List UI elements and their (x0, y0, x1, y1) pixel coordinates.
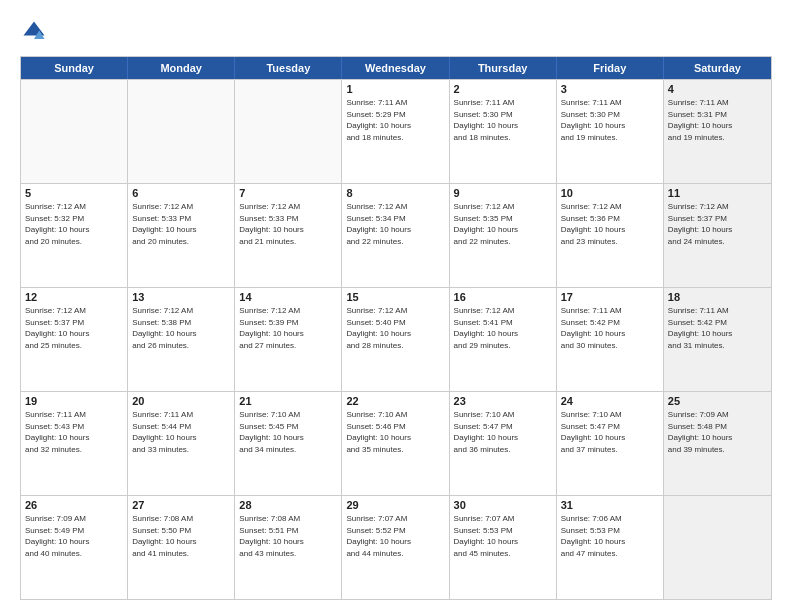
calendar-cell: 11Sunrise: 7:12 AM Sunset: 5:37 PM Dayli… (664, 184, 771, 287)
day-info: Sunrise: 7:12 AM Sunset: 5:35 PM Dayligh… (454, 201, 552, 247)
day-number: 22 (346, 395, 444, 407)
calendar: SundayMondayTuesdayWednesdayThursdayFrid… (20, 56, 772, 600)
calendar-cell (235, 80, 342, 183)
day-number: 3 (561, 83, 659, 95)
calendar-cell: 22Sunrise: 7:10 AM Sunset: 5:46 PM Dayli… (342, 392, 449, 495)
calendar-cell: 31Sunrise: 7:06 AM Sunset: 5:53 PM Dayli… (557, 496, 664, 599)
calendar-week: 19Sunrise: 7:11 AM Sunset: 5:43 PM Dayli… (21, 391, 771, 495)
day-info: Sunrise: 7:12 AM Sunset: 5:40 PM Dayligh… (346, 305, 444, 351)
cal-header-cell: Sunday (21, 57, 128, 79)
calendar-cell: 6Sunrise: 7:12 AM Sunset: 5:33 PM Daylig… (128, 184, 235, 287)
day-info: Sunrise: 7:06 AM Sunset: 5:53 PM Dayligh… (561, 513, 659, 559)
cal-header-cell: Wednesday (342, 57, 449, 79)
day-info: Sunrise: 7:12 AM Sunset: 5:39 PM Dayligh… (239, 305, 337, 351)
day-info: Sunrise: 7:10 AM Sunset: 5:46 PM Dayligh… (346, 409, 444, 455)
day-info: Sunrise: 7:11 AM Sunset: 5:43 PM Dayligh… (25, 409, 123, 455)
day-number: 28 (239, 499, 337, 511)
calendar-cell: 10Sunrise: 7:12 AM Sunset: 5:36 PM Dayli… (557, 184, 664, 287)
day-info: Sunrise: 7:12 AM Sunset: 5:37 PM Dayligh… (25, 305, 123, 351)
calendar-cell: 5Sunrise: 7:12 AM Sunset: 5:32 PM Daylig… (21, 184, 128, 287)
calendar-cell: 28Sunrise: 7:08 AM Sunset: 5:51 PM Dayli… (235, 496, 342, 599)
day-number: 26 (25, 499, 123, 511)
calendar-cell: 7Sunrise: 7:12 AM Sunset: 5:33 PM Daylig… (235, 184, 342, 287)
day-number: 12 (25, 291, 123, 303)
day-info: Sunrise: 7:11 AM Sunset: 5:30 PM Dayligh… (454, 97, 552, 143)
day-info: Sunrise: 7:12 AM Sunset: 5:34 PM Dayligh… (346, 201, 444, 247)
calendar-cell: 30Sunrise: 7:07 AM Sunset: 5:53 PM Dayli… (450, 496, 557, 599)
day-info: Sunrise: 7:12 AM Sunset: 5:32 PM Dayligh… (25, 201, 123, 247)
day-number: 30 (454, 499, 552, 511)
day-number: 15 (346, 291, 444, 303)
calendar-cell: 23Sunrise: 7:10 AM Sunset: 5:47 PM Dayli… (450, 392, 557, 495)
header (20, 18, 772, 46)
day-number: 4 (668, 83, 767, 95)
day-info: Sunrise: 7:12 AM Sunset: 5:37 PM Dayligh… (668, 201, 767, 247)
day-number: 10 (561, 187, 659, 199)
day-number: 8 (346, 187, 444, 199)
calendar-cell: 27Sunrise: 7:08 AM Sunset: 5:50 PM Dayli… (128, 496, 235, 599)
calendar-cell: 25Sunrise: 7:09 AM Sunset: 5:48 PM Dayli… (664, 392, 771, 495)
cal-header-cell: Friday (557, 57, 664, 79)
calendar-cell: 13Sunrise: 7:12 AM Sunset: 5:38 PM Dayli… (128, 288, 235, 391)
day-info: Sunrise: 7:12 AM Sunset: 5:41 PM Dayligh… (454, 305, 552, 351)
day-number: 6 (132, 187, 230, 199)
calendar-cell: 19Sunrise: 7:11 AM Sunset: 5:43 PM Dayli… (21, 392, 128, 495)
calendar-cell: 4Sunrise: 7:11 AM Sunset: 5:31 PM Daylig… (664, 80, 771, 183)
cal-header-cell: Monday (128, 57, 235, 79)
logo (20, 18, 52, 46)
calendar-cell: 1Sunrise: 7:11 AM Sunset: 5:29 PM Daylig… (342, 80, 449, 183)
day-number: 16 (454, 291, 552, 303)
calendar-cell: 15Sunrise: 7:12 AM Sunset: 5:40 PM Dayli… (342, 288, 449, 391)
day-number: 13 (132, 291, 230, 303)
calendar-cell: 9Sunrise: 7:12 AM Sunset: 5:35 PM Daylig… (450, 184, 557, 287)
day-info: Sunrise: 7:07 AM Sunset: 5:53 PM Dayligh… (454, 513, 552, 559)
calendar-cell: 26Sunrise: 7:09 AM Sunset: 5:49 PM Dayli… (21, 496, 128, 599)
day-info: Sunrise: 7:11 AM Sunset: 5:29 PM Dayligh… (346, 97, 444, 143)
calendar-body: 1Sunrise: 7:11 AM Sunset: 5:29 PM Daylig… (21, 79, 771, 599)
day-info: Sunrise: 7:12 AM Sunset: 5:33 PM Dayligh… (132, 201, 230, 247)
day-number: 31 (561, 499, 659, 511)
day-number: 29 (346, 499, 444, 511)
calendar-cell: 3Sunrise: 7:11 AM Sunset: 5:30 PM Daylig… (557, 80, 664, 183)
calendar-cell: 16Sunrise: 7:12 AM Sunset: 5:41 PM Dayli… (450, 288, 557, 391)
day-number: 11 (668, 187, 767, 199)
calendar-week: 5Sunrise: 7:12 AM Sunset: 5:32 PM Daylig… (21, 183, 771, 287)
day-info: Sunrise: 7:10 AM Sunset: 5:47 PM Dayligh… (561, 409, 659, 455)
day-info: Sunrise: 7:09 AM Sunset: 5:49 PM Dayligh… (25, 513, 123, 559)
page: SundayMondayTuesdayWednesdayThursdayFrid… (0, 0, 792, 612)
calendar-cell: 20Sunrise: 7:11 AM Sunset: 5:44 PM Dayli… (128, 392, 235, 495)
day-number: 5 (25, 187, 123, 199)
day-info: Sunrise: 7:10 AM Sunset: 5:47 PM Dayligh… (454, 409, 552, 455)
day-info: Sunrise: 7:08 AM Sunset: 5:51 PM Dayligh… (239, 513, 337, 559)
calendar-cell: 17Sunrise: 7:11 AM Sunset: 5:42 PM Dayli… (557, 288, 664, 391)
day-info: Sunrise: 7:12 AM Sunset: 5:33 PM Dayligh… (239, 201, 337, 247)
calendar-cell (128, 80, 235, 183)
day-number: 1 (346, 83, 444, 95)
logo-icon (20, 18, 48, 46)
calendar-cell: 24Sunrise: 7:10 AM Sunset: 5:47 PM Dayli… (557, 392, 664, 495)
day-number: 25 (668, 395, 767, 407)
calendar-cell: 29Sunrise: 7:07 AM Sunset: 5:52 PM Dayli… (342, 496, 449, 599)
day-info: Sunrise: 7:11 AM Sunset: 5:30 PM Dayligh… (561, 97, 659, 143)
day-info: Sunrise: 7:11 AM Sunset: 5:42 PM Dayligh… (561, 305, 659, 351)
day-info: Sunrise: 7:07 AM Sunset: 5:52 PM Dayligh… (346, 513, 444, 559)
calendar-cell: 8Sunrise: 7:12 AM Sunset: 5:34 PM Daylig… (342, 184, 449, 287)
calendar-cell: 21Sunrise: 7:10 AM Sunset: 5:45 PM Dayli… (235, 392, 342, 495)
cal-header-cell: Saturday (664, 57, 771, 79)
day-number: 7 (239, 187, 337, 199)
svg-marker-0 (24, 22, 45, 36)
day-number: 19 (25, 395, 123, 407)
day-number: 18 (668, 291, 767, 303)
day-number: 9 (454, 187, 552, 199)
day-info: Sunrise: 7:08 AM Sunset: 5:50 PM Dayligh… (132, 513, 230, 559)
calendar-week: 12Sunrise: 7:12 AM Sunset: 5:37 PM Dayli… (21, 287, 771, 391)
cal-header-cell: Tuesday (235, 57, 342, 79)
day-info: Sunrise: 7:10 AM Sunset: 5:45 PM Dayligh… (239, 409, 337, 455)
calendar-week: 1Sunrise: 7:11 AM Sunset: 5:29 PM Daylig… (21, 79, 771, 183)
day-info: Sunrise: 7:11 AM Sunset: 5:31 PM Dayligh… (668, 97, 767, 143)
day-number: 14 (239, 291, 337, 303)
cal-header-cell: Thursday (450, 57, 557, 79)
day-number: 23 (454, 395, 552, 407)
calendar-cell: 2Sunrise: 7:11 AM Sunset: 5:30 PM Daylig… (450, 80, 557, 183)
day-number: 20 (132, 395, 230, 407)
